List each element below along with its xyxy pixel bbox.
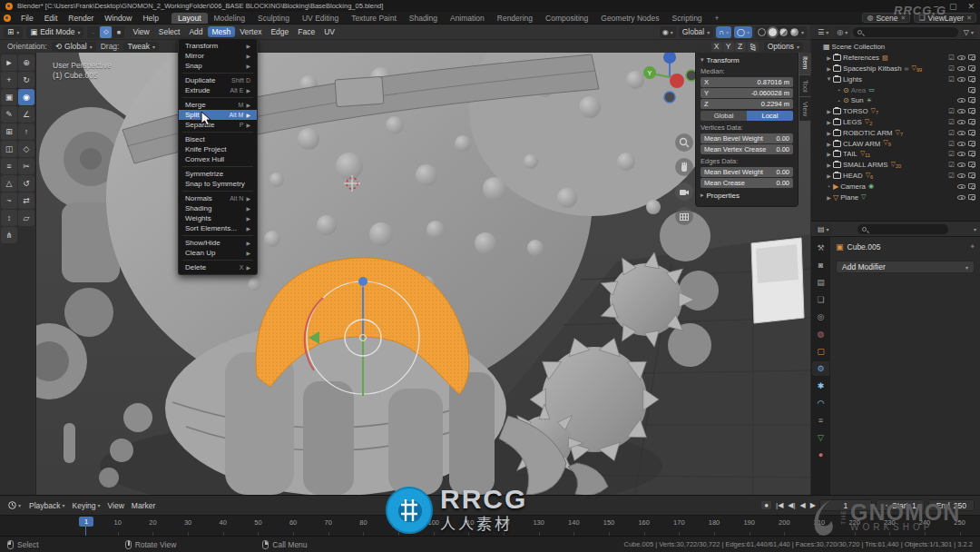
mirror-z-toggle[interactable]: Z [735,42,746,52]
exclude-checkbox[interactable]: ☑ [946,75,956,84]
timeline-menu-playback[interactable]: Playback▾ [29,501,65,510]
hide-eye-toggle[interactable] [956,96,966,104]
camera-visibility-toggle[interactable] [966,129,976,137]
play-button[interactable]: ▶ [810,501,816,509]
properties-tab-tool[interactable]: ⚒ [812,241,829,255]
n-panel-tab-item[interactable]: Item [799,52,811,74]
menu-item-delete[interactable]: DeleteX▶ [179,262,257,272]
viewport-menu-face[interactable]: Face [293,26,319,37]
properties-tab-constraints[interactable]: ≡ [812,413,829,428]
scene-selector[interactable]: ◍ Scene ✕ [862,13,910,23]
exclude-checkbox[interactable]: ☑ [946,161,956,169]
add-modifier-dropdown[interactable]: Add Modifier▾ [836,261,975,273]
properties-tab-physics[interactable]: ◠ [812,396,829,410]
hide-eye-toggle[interactable] [956,140,966,148]
menu-item-shading[interactable]: Shading▶ [179,203,257,213]
tool-add-cube[interactable]: ⊞ [1,123,17,140]
mirror-x-toggle[interactable]: X [711,42,722,52]
menu-item-sort-elements-[interactable]: Sort Elements...▶ [179,223,257,233]
tool-poly-build[interactable]: △ [1,175,17,192]
app-menu-render[interactable]: Render [63,14,99,23]
app-menu-file[interactable]: File [15,14,39,23]
tool-measure[interactable]: ∠ [18,106,34,123]
minimize-button[interactable]: – [934,2,938,11]
exclude-checkbox[interactable]: ☑ [946,107,956,115]
camera-visibility-toggle[interactable] [966,182,976,191]
workspace-tab-compositing[interactable]: Compositing [539,13,594,24]
tool-spin[interactable]: ↺ [18,175,34,192]
menu-item-snap[interactable]: Snap▶ [179,61,257,71]
tool-cursor[interactable]: ⊕ [18,54,34,71]
blender-menu-icon[interactable] [4,15,11,22]
tool-shrink-fatten[interactable]: ↕ [1,210,17,226]
exclude-checkbox[interactable]: ☑ [946,118,956,126]
end-frame-field[interactable]: End250 [928,499,975,511]
camera-visibility-toggle[interactable] [966,96,976,104]
menu-item-split[interactable]: SplitAlt M▶ [179,110,257,120]
snap-magnet-button[interactable]: ∩▾ [716,26,731,38]
workspace-tab-rendering[interactable]: Rendering [491,13,539,24]
app-menu-window[interactable]: Window [99,14,137,23]
exclude-checkbox[interactable]: ☑ [946,54,956,62]
options-dropdown[interactable]: Options▾ [764,42,803,52]
outliner-row-tail[interactable]: ▶TAIL▽11☑ [811,149,980,160]
camera-visibility-toggle[interactable] [966,54,976,62]
menu-item-symmetrize[interactable]: Symmetrize [179,169,257,179]
median-y-field[interactable]: Y-0.060028 m [701,88,793,98]
viewport-menu-view[interactable]: View [128,26,153,37]
median-z-field[interactable]: Z0.2294 m [701,99,793,109]
viewport-menu-edge[interactable]: Edge [266,26,293,37]
viewlayer-selector[interactable]: ❏ ViewLayer ✕ [914,13,976,23]
proportional-edit-button[interactable]: ◯▾ [734,26,752,38]
pan-hand-icon[interactable] [675,158,693,176]
timeline-editor-type[interactable]: ▾ [5,499,24,511]
properties-options-icon[interactable]: ▾ [974,226,976,232]
workspace-tab-geometry-nodes[interactable]: Geometry Nodes [594,13,665,24]
wireframe-shading-button[interactable] [758,28,766,36]
menu-item-convex-hull[interactable]: Convex Hull [179,154,257,164]
pivot-point-button[interactable]: ◉▾ [660,26,676,38]
menu-item-show-hide[interactable]: Show/Hide▶ [179,238,257,248]
camera-visibility-toggle[interactable] [966,193,976,202]
menu-item-merge[interactable]: MergeM▶ [179,100,257,110]
workspace-tab-shading[interactable]: Shading [403,13,444,24]
hide-eye-toggle[interactable] [956,107,966,115]
solid-shading-button[interactable] [769,28,777,36]
n-panel-tab-tool[interactable]: Tool [799,75,811,97]
editor-type-button[interactable]: ⊞▾ [4,26,23,38]
menu-item-knife-project[interactable]: Knife Project [179,144,257,154]
edge-field-1[interactable]: Mean Crease0.00 [701,178,793,188]
menu-item-mirror[interactable]: Mirror▶ [179,51,257,61]
menu-item-bisect[interactable]: Bisect [179,134,257,144]
scene-unlink-icon[interactable]: ✕ [901,15,906,22]
outliner-row-head[interactable]: ▶HEAD▽6☑ [811,171,980,182]
properties-panel-header[interactable]: ▸Properties [701,192,793,200]
workspace-tab-modeling[interactable]: Modeling [208,13,252,24]
current-frame-field[interactable]: 1 [819,499,872,511]
tool-extrude-region[interactable]: ↑ [18,123,34,140]
start-frame-field[interactable]: ◔Start1 [876,499,925,511]
hide-eye-toggle[interactable] [956,118,966,126]
outliner-row-claw-arm[interactable]: ▶CLAW ARM▽9☑ [811,138,980,149]
menu-item-extrude[interactable]: ExtrudeAlt E▶ [179,85,257,95]
zoom-icon[interactable] [675,133,693,152]
workspace-tab-animation[interactable]: Animation [444,13,491,24]
camera-visibility-toggle[interactable] [966,161,976,169]
prev-keyframe-button[interactable]: ◀| [788,501,795,509]
viewlayer-unlink-icon[interactable]: ✕ [966,15,972,22]
menu-item-snap-to-symmetry[interactable]: Snap to Symmetry [179,179,257,189]
face-select-button[interactable]: ■ [113,26,124,38]
tool-annotate[interactable]: ✎ [1,106,17,123]
camera-visibility-toggle[interactable] [966,107,976,115]
menu-item-normals[interactable]: NormalsAlt N▶ [179,193,257,203]
tool-loop-cut[interactable]: ≡ [1,158,17,174]
viewport-menu-uv[interactable]: UV [319,26,339,37]
hide-eye-toggle[interactable] [956,193,966,202]
outliner-row-plane[interactable]: ▶▽Plane▽ [811,192,980,202]
workspace-tab-layout[interactable]: Layout [172,13,208,24]
outliner-row-torso[interactable]: ▶TORSO▽7☑ [811,106,980,117]
edge-select-button[interactable]: ◇ [100,26,112,38]
outliner-row-sun[interactable]: •⊙Sun☀ [811,95,980,106]
playhead[interactable]: 1 [79,517,93,527]
outliner-sync-icon[interactable]: ◎▾ [834,26,850,38]
